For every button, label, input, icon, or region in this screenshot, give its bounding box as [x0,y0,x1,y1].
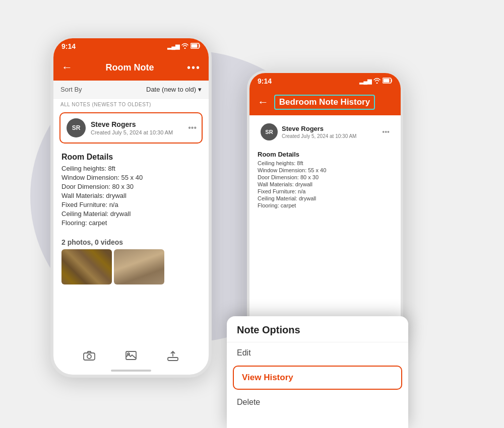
note-options-title: Note Options [237,324,300,335]
status-time-back: 9:14 [61,42,76,50]
avatar-back: SR [67,118,86,137]
photo-thumb-1[interactable] [61,249,112,284]
room-details-back: Room Details Ceiling heights: 8ft Window… [53,147,209,234]
room-detail-item-2: Door Dimension: 80 x 30 [61,183,201,190]
note-user-date-back: Created July 5, 2024 at 10:30 AM [91,129,173,135]
room-detail-item-5: Ceiling Material: drywall [61,210,201,218]
sort-bar: Sort By Date (new to old) ▾ [53,81,209,99]
note-user-name-front: Steve Rogers [282,125,356,132]
gallery-icon[interactable] [125,350,137,365]
battery-icon-front [383,78,393,85]
front-room-detail-1: Window Dimension: 55 x 40 [258,167,393,173]
svg-rect-8 [384,79,390,83]
photos-row [61,249,201,284]
header-title-front: Bedroom Note History [274,95,375,110]
status-bar-back: 9:14 ▂▄▆ [53,38,209,54]
svg-point-3 [87,354,91,359]
avatar-front: SR [261,123,278,140]
svg-rect-6 [168,358,178,361]
signal-icon-back: ▂▄▆ [167,43,179,50]
room-detail-item-1: Window Dimension: 55 x 40 [61,174,201,181]
note-card-info-back: Steve Rogers Created July 5, 2024 at 10:… [91,120,173,135]
notes-section-label: ALL NOTES (NEWEST TO OLDEST) [53,99,209,109]
home-indicator-back [111,370,151,372]
photo-thumb-2[interactable] [114,249,164,284]
note-options-header: Note Options [227,316,408,342]
header-bar-front: ← Bedroom Note History [249,89,401,115]
status-bar-front: 9:14 ▂▄▆ [249,73,401,89]
note-options-popup: Note Options Edit View History Delete [227,316,408,428]
header-title-back: Room Note [105,62,154,73]
room-detail-item-3: Wall Materials: drywall [61,192,201,199]
upload-icon[interactable] [167,350,179,365]
wifi-icon-front [373,78,381,85]
room-detail-item-0: Ceiling heights: 8ft [61,165,201,172]
note-card-menu-front[interactable]: ••• [382,128,390,136]
front-room-detail-2: Door Dimension: 80 x 30 [258,174,393,180]
note-card-back[interactable]: SR Steve Rogers Created July 5, 2024 at … [59,112,203,144]
status-icons-front: ▂▄▆ [359,78,393,85]
room-details-title-front: Room Details [258,151,393,158]
wifi-icon-back [181,43,188,50]
sort-label: Sort By [60,86,82,93]
svg-rect-2 [84,353,95,360]
front-room-detail-4: Fixed Furniture: n/a [258,188,393,194]
photo-fan-texture [114,249,164,284]
room-details-title-back: Room Details [61,153,201,162]
front-room-detail-5: Ceiling Material: drywall [258,195,393,201]
back-button-front[interactable]: ← [258,96,269,109]
note-card-front[interactable]: SR Steve Rogers Created July 5, 2024 at … [256,119,395,145]
camera-icon[interactable] [83,350,95,365]
header-bar-back: ← Room Note ••• [53,54,209,81]
room-details-front: Room Details Ceiling heights: 8ft Window… [249,149,401,213]
note-option-delete[interactable]: Delete [227,392,408,413]
status-icons-back: ▂▄▆ [167,43,201,50]
front-room-detail-3: Wall Materials: drywall [258,181,393,187]
note-card-menu-back[interactable]: ••• [188,123,197,132]
photo-wood-texture [61,249,112,284]
svg-rect-1 [192,44,198,48]
phone-front: 9:14 ▂▄▆ ← Bedroom Note History [247,70,403,342]
menu-button-back[interactable]: ••• [187,62,201,74]
status-time-front: 9:14 [258,77,272,85]
battery-icon-back [191,43,201,50]
bottom-toolbar [53,350,209,365]
photos-label: 2 photos, 0 videos [61,238,201,246]
room-detail-item-6: Flooring: carpet [61,219,201,227]
photos-section: 2 photos, 0 videos [53,234,209,287]
note-card-info-front: Steve Rogers Created July 5, 2024 at 10:… [282,125,356,139]
front-room-detail-6: Flooring: carpet [258,202,393,208]
note-user-name-back: Steve Rogers [91,120,173,128]
signal-icon-front: ▂▄▆ [359,78,371,85]
note-option-edit[interactable]: Edit [227,342,408,364]
front-room-detail-0: Ceiling heights: 8ft [258,160,393,166]
sort-value[interactable]: Date (new to old) ▾ [146,86,202,93]
note-option-view-history[interactable]: View History [233,366,402,390]
chevron-down-icon: ▾ [198,86,202,93]
room-detail-item-4: Fixed Furniture: n/a [61,201,201,208]
phone-back: 9:14 ▂▄▆ ← Room Note ••• [50,35,212,378]
note-user-date-front: Created July 5, 2024 at 10:30 AM [282,133,356,139]
back-button-back[interactable]: ← [61,61,73,74]
